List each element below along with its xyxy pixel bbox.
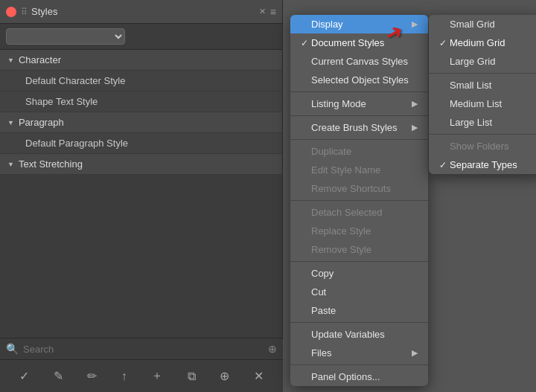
separator-6 (290, 322, 428, 323)
default-character-style-item[interactable]: Default Character Style (0, 71, 282, 91)
edit-button[interactable]: ✎ (51, 367, 66, 385)
delete-button[interactable]: ✕ (251, 367, 267, 385)
toolbar-row: ✓ ✎ ✏ ↑ ＋ ⧉ ⊕ ✕ (0, 359, 283, 392)
character-section-header[interactable]: ▼ Character (0, 50, 282, 71)
zoom-icon: ⊕ (268, 343, 277, 355)
files-arrow: ▶ (412, 348, 418, 358)
medium-grid-item[interactable]: ✓ Medium Grid (429, 33, 536, 52)
panel-close-x-icon[interactable]: ✕ (259, 7, 266, 16)
display-submenu-arrow: ▶ (412, 19, 418, 29)
medium-list-item[interactable]: Medium List (429, 94, 536, 113)
edit-style-name-item[interactable]: Edit Style Name (290, 161, 428, 179)
display-menu-header[interactable]: Display ▶ (290, 15, 428, 33)
text-stretching-section-header[interactable]: ▼ Text Stretching (0, 154, 282, 175)
search-bar: 🔍 ⊕ (0, 338, 283, 359)
pencil-button[interactable]: ✏ (84, 367, 100, 385)
triangle-icon-3: ▼ (7, 161, 14, 168)
export-button[interactable]: ↑ (118, 368, 130, 385)
circle-plus-button[interactable]: ⊕ (217, 367, 232, 385)
detach-selected-item[interactable]: Detach Selected (290, 203, 428, 222)
listing-mode-item[interactable]: Listing Mode ▶ (290, 94, 428, 113)
grip-icon: ⠿ (21, 7, 27, 17)
large-list-item[interactable]: Large List (429, 113, 536, 132)
current-canvas-styles-item[interactable]: Current Canvas Styles (290, 52, 428, 71)
update-variables-item[interactable]: Update Variables (290, 325, 428, 344)
shape-text-style-item[interactable]: Shape Text Style (0, 91, 282, 112)
sub-separator-1 (429, 73, 536, 74)
separator-7 (290, 364, 428, 365)
styles-panel: ✕ ⠿ Styles ✕ ≡ ▼ Character Default Chara… (0, 0, 283, 392)
remove-style-item[interactable]: Remove Style (290, 240, 428, 259)
selected-object-styles-item[interactable]: Selected Object Styles (290, 71, 428, 89)
display-label: Display (311, 19, 343, 30)
duplicate-button[interactable]: ⧉ (185, 368, 199, 385)
paste-item[interactable]: Paste (290, 301, 428, 320)
checkmark-separate-types: ✓ (439, 160, 447, 170)
separator-5 (290, 261, 428, 262)
separator-1 (290, 91, 428, 92)
small-grid-item[interactable]: Small Grid (429, 15, 536, 33)
tree-section: ▼ Character Default Character Style Shap… (0, 50, 282, 175)
sub-dropdown-menu: Small Grid ✓ Medium Grid Large Grid Smal… (429, 15, 536, 174)
copy-item[interactable]: Copy (290, 264, 428, 283)
create-brush-arrow: ▶ (412, 123, 418, 132)
panel-menu-button[interactable]: ≡ (270, 6, 276, 18)
separator-2 (290, 115, 428, 116)
default-paragraph-style-item[interactable]: Default Paragraph Style (0, 133, 282, 154)
replace-style-item[interactable]: Replace Style (290, 222, 428, 240)
mode-select[interactable] (6, 28, 125, 45)
mode-row (0, 24, 282, 50)
search-input[interactable] (23, 344, 264, 355)
listing-mode-arrow: ▶ (412, 99, 418, 109)
text-stretching-section-label: Text Stretching (19, 158, 83, 170)
triangle-icon: ▼ (7, 57, 14, 64)
files-item[interactable]: Files ▶ (290, 344, 428, 362)
large-grid-item[interactable]: Large Grid (429, 52, 536, 71)
panel-options-item[interactable]: Panel Options... (290, 367, 428, 386)
paragraph-section-label: Paragraph (19, 117, 64, 128)
paragraph-section-header[interactable]: ▼ Paragraph (0, 112, 282, 133)
main-dropdown-menu: Display ▶ ✓ Document Styles Current Canv… (290, 15, 428, 386)
approve-button[interactable]: ✓ (16, 367, 32, 385)
show-folders-item[interactable]: Show Folders (429, 137, 536, 155)
panel-titlebar: ✕ ⠿ Styles ✕ ≡ (0, 0, 282, 24)
triangle-icon-2: ▼ (7, 119, 14, 126)
checkmark-medium-grid: ✓ (439, 38, 447, 48)
document-styles-item[interactable]: ✓ Document Styles (290, 33, 428, 52)
checkmark-document: ✓ (301, 38, 308, 48)
separator-3 (290, 139, 428, 140)
small-list-item[interactable]: Small List (429, 76, 536, 94)
search-icon: 🔍 (6, 343, 19, 355)
cut-item[interactable]: Cut (290, 283, 428, 301)
separate-types-item[interactable]: ✓ Separate Types (429, 155, 536, 174)
character-section-label: Character (19, 54, 61, 65)
sub-separator-2 (429, 134, 536, 135)
panel-title: Styles (31, 6, 255, 17)
create-brush-styles-item[interactable]: Create Brush Styles ▶ (290, 118, 428, 137)
add-button[interactable]: ＋ (148, 367, 166, 385)
remove-shortcuts-item[interactable]: Remove Shortcuts (290, 179, 428, 198)
separator-4 (290, 200, 428, 201)
close-button[interactable]: ✕ (6, 7, 16, 17)
duplicate-item[interactable]: Duplicate (290, 142, 428, 161)
